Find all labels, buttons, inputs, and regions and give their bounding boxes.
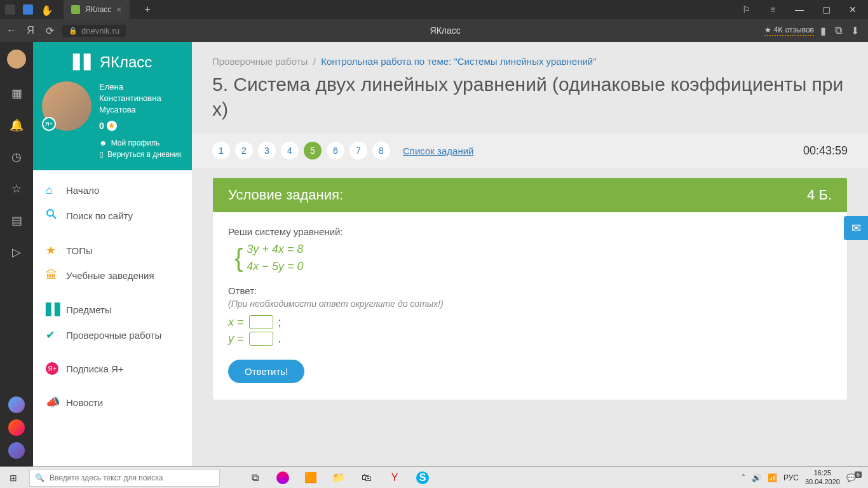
- profile-score: 0: [99, 120, 104, 133]
- task-num-3[interactable]: 3: [258, 142, 276, 159]
- submit-button[interactable]: Ответить!: [228, 360, 304, 383]
- back-button[interactable]: ←: [5, 25, 18, 36]
- period: .: [278, 332, 281, 346]
- taskbar-app-3[interactable]: 📁: [325, 468, 352, 487]
- tab-favicon: [71, 5, 80, 14]
- task-num-4[interactable]: 4: [281, 142, 299, 159]
- sidebar-item-search[interactable]: Поиск по сайту: [33, 203, 192, 229]
- star-icon: ★: [46, 243, 58, 257]
- profile-badge: Я+: [42, 117, 56, 131]
- main-content: Проверочные работы / Контрольная работа …: [192, 42, 868, 466]
- var-y-label: y =: [228, 332, 244, 346]
- window-titlebar: ✋ ЯКласс × + ⚐ ≡ — ▢ ✕: [0, 0, 868, 19]
- collections-icon[interactable]: ▤: [11, 214, 22, 227]
- window-close-icon[interactable]: ✕: [844, 4, 862, 15]
- tray-chevron-icon[interactable]: ˄: [742, 473, 745, 482]
- sidebar-item-schools[interactable]: 🏛Учебные заведения: [33, 263, 192, 288]
- answer-y-input[interactable]: [249, 332, 273, 346]
- play-icon[interactable]: ▷: [12, 245, 21, 259]
- tray-network-icon[interactable]: 📶: [768, 473, 777, 482]
- sidebar-item-subscribe[interactable]: Я+Подписка Я+: [33, 356, 192, 381]
- task-num-5[interactable]: 5: [304, 142, 322, 159]
- task-num-7[interactable]: 7: [349, 142, 367, 159]
- card-title: Условие задания:: [228, 187, 343, 203]
- home-icon: ⌂: [46, 184, 58, 197]
- profile-name: Елена Константиновна Мусатова 0 ★: [99, 81, 161, 132]
- search-placeholder: Введите здесь текст для поиска: [50, 473, 163, 482]
- feedback-button[interactable]: ✉: [844, 216, 868, 240]
- answer-label: Ответ:: [228, 285, 832, 296]
- back-to-diary-link[interactable]: ▯Вернуться в дневник: [99, 150, 183, 159]
- rail-dot-blue[interactable]: [8, 396, 25, 413]
- taskbar-app-2[interactable]: 🟧: [297, 468, 324, 487]
- browser-left-rail: ▦ 🔔 ◷ ☆ ▤ ▷: [0, 42, 33, 466]
- reviews-badge[interactable]: ★ 4K отзывов: [764, 25, 814, 36]
- url-box[interactable]: 🔒 dnevnik.ru: [62, 25, 126, 37]
- bookmark-tab-icon[interactable]: ⚐: [737, 4, 755, 15]
- sidebar-item-news[interactable]: 📣Новости: [33, 390, 192, 415]
- task-num-6[interactable]: 6: [327, 142, 344, 159]
- breadcrumb-root[interactable]: Проверочные работы: [212, 56, 308, 67]
- extensions-icon[interactable]: ⧉: [835, 25, 842, 36]
- taskview-icon[interactable]: ⧉: [241, 468, 268, 487]
- my-profile-link[interactable]: ☻Мой профиль: [99, 139, 183, 147]
- sidebar-item-label: Учебные заведения: [66, 270, 154, 281]
- menu-icon[interactable]: ≡: [764, 4, 782, 15]
- windows-taskbar: ⊞ 🔍 Введите здесь текст для поиска ⧉ 🟧 📁…: [0, 466, 868, 488]
- history-icon[interactable]: ◷: [11, 150, 22, 164]
- taskbar-app-1[interactable]: [269, 468, 296, 487]
- tray-notifications-icon[interactable]: 💬6: [846, 473, 863, 482]
- sidebar-item-tests[interactable]: ✔Проверочные работы: [33, 322, 192, 348]
- start-button[interactable]: ⊞: [0, 467, 27, 489]
- browser-toolbar: ← Я ⟳ 🔒 dnevnik.ru ЯКласс ★ 4K отзывов ▮…: [0, 19, 868, 42]
- tab-close-icon[interactable]: ×: [116, 4, 121, 15]
- sidebar-item-home[interactable]: ⌂Начало: [33, 178, 192, 203]
- breadcrumb-link[interactable]: Контрольная работа по теме: "Системы лин…: [321, 56, 596, 67]
- megaphone-icon: 📣: [46, 395, 58, 409]
- task-points: 4 Б.: [807, 187, 832, 203]
- window-minimize-icon[interactable]: —: [790, 4, 808, 15]
- equation-1: 3y + 4x = 8: [247, 241, 303, 258]
- sidebar-item-label: Проверочные работы: [66, 330, 161, 341]
- answer-x-input[interactable]: [249, 315, 273, 329]
- taskbar-app-skype[interactable]: S: [409, 468, 436, 487]
- user-icon: ☻: [99, 139, 107, 147]
- task-navigation: 1 2 3 4 5 6 7 8 Список заданий 00:43:59: [192, 133, 868, 168]
- task-num-8[interactable]: 8: [372, 142, 390, 159]
- task-prompt: Реши систему уравнений:: [228, 226, 832, 237]
- rail-dot-purple[interactable]: [8, 442, 25, 459]
- bell-icon[interactable]: 🔔: [10, 118, 24, 132]
- svg-line-1: [53, 215, 56, 219]
- sidebar-item-tops[interactable]: ★ТОПы: [33, 238, 192, 263]
- breadcrumb: Проверочные работы / Контрольная работа …: [192, 56, 868, 67]
- tray-volume-icon[interactable]: 🔊: [752, 473, 761, 482]
- bookmark-icon[interactable]: ▮: [820, 25, 826, 37]
- task-num-2[interactable]: 2: [235, 142, 253, 159]
- task-list-link[interactable]: Список заданий: [403, 146, 473, 156]
- app-icon-2[interactable]: [23, 4, 33, 15]
- browser-tab-active[interactable]: ЯКласс ×: [64, 0, 130, 19]
- window-maximize-icon[interactable]: ▢: [817, 4, 835, 15]
- sidebar-item-label: Предметы: [66, 304, 112, 315]
- windows-search-input[interactable]: 🔍 Введите здесь текст для поиска: [29, 469, 220, 487]
- tray-clock[interactable]: 16:25 30.04.2020: [805, 469, 840, 485]
- profile-avatar[interactable]: Я+: [42, 81, 92, 131]
- check-circle-icon: ✔: [46, 328, 58, 342]
- downloads-icon[interactable]: ⬇: [851, 25, 859, 37]
- app-logo[interactable]: ▋▋ ЯКласс: [42, 53, 183, 71]
- yandex-button[interactable]: Я: [24, 25, 37, 36]
- rail-dot-orange[interactable]: [8, 419, 25, 436]
- favorites-icon[interactable]: ☆: [11, 182, 22, 196]
- task-num-1[interactable]: 1: [212, 142, 230, 159]
- new-tab-button[interactable]: +: [137, 4, 158, 15]
- taskbar-app-yandex[interactable]: Y: [381, 468, 408, 487]
- tray-lang[interactable]: РУС: [783, 473, 799, 482]
- sidebar-item-subjects[interactable]: ▋▋Предметы: [33, 297, 192, 322]
- reload-button[interactable]: ⟳: [43, 25, 56, 37]
- app-icon-1[interactable]: [5, 4, 15, 15]
- star-icon: ★: [107, 121, 117, 131]
- apps-icon[interactable]: ▦: [11, 86, 22, 100]
- taskbar-app-store[interactable]: 🛍: [353, 468, 380, 487]
- app-icon-3[interactable]: ✋: [41, 4, 51, 15]
- rail-avatar[interactable]: [7, 50, 26, 69]
